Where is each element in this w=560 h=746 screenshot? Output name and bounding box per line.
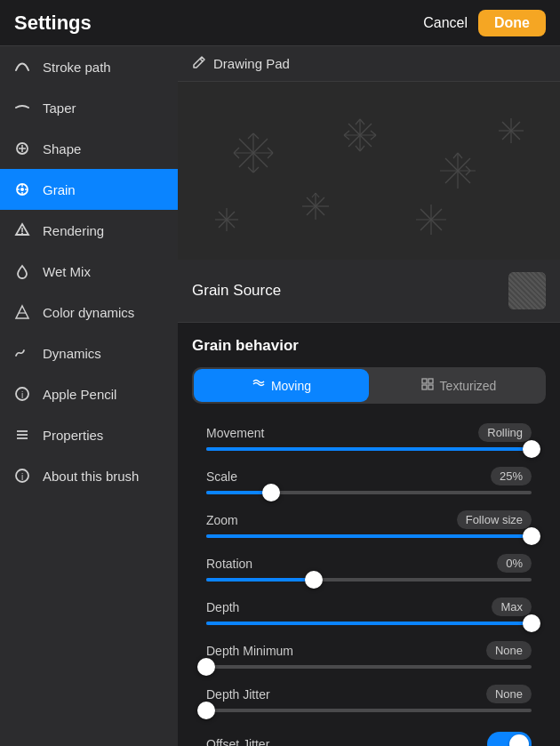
sidebar-item-grain[interactable]: Grain: [0, 169, 178, 210]
main-layout: Stroke path Taper Shape: [0, 46, 560, 746]
svg-rect-72: [428, 385, 433, 389]
grain-thumb-pattern: [508, 272, 546, 309]
depth-track[interactable]: [206, 622, 532, 625]
dynamics-icon: [12, 343, 32, 363]
offset-jitter-label: Offset Jitter: [206, 737, 269, 746]
app-header: Settings Cancel Done: [0, 0, 560, 46]
depth-jitter-value: None: [486, 685, 532, 703]
rotation-thumb[interactable]: [305, 571, 323, 589]
depth-fill: [206, 622, 532, 625]
toggle-knob: [509, 734, 529, 746]
stroke-path-icon: [12, 57, 32, 76]
sidebar-item-apple-pencil[interactable]: i Apple Pencil: [0, 373, 178, 414]
sidebar-label-stroke-path: Stroke path: [43, 60, 111, 75]
grain-behavior-title: Grain behavior: [192, 337, 546, 355]
slider-depth-jitter: Depth Jitter None: [206, 679, 532, 721]
svg-line-48: [458, 153, 462, 158]
sidebar-item-rendering[interactable]: Rendering: [0, 210, 178, 251]
sidebar-label-taper: Taper: [43, 100, 76, 116]
scale-track[interactable]: [206, 491, 532, 494]
grain-source-label: Grain Source: [192, 282, 281, 300]
svg-line-18: [200, 59, 203, 61]
svg-rect-71: [422, 385, 427, 389]
offset-jitter-toggle[interactable]: [487, 732, 532, 746]
svg-line-47: [453, 153, 458, 158]
svg-line-39: [371, 131, 376, 135]
svg-rect-70: [428, 379, 433, 383]
zoom-thumb[interactable]: [523, 527, 540, 545]
grain-source-row[interactable]: Grain Source: [178, 260, 560, 323]
tab-moving[interactable]: Moving: [194, 369, 369, 402]
drawing-pad-header: Drawing Pad: [178, 46, 560, 82]
sliders-container: Movement Rolling Scale 25%: [192, 418, 546, 746]
depth-minimum-label: Depth Minimum: [206, 644, 293, 658]
sidebar-label-about-brush: About this brush: [43, 469, 139, 484]
movement-track[interactable]: [206, 447, 532, 451]
svg-text:i: i: [21, 472, 23, 482]
color-dynamics-icon: [12, 302, 32, 322]
brush-preview: [178, 82, 560, 260]
apple-pencil-icon: i: [12, 384, 32, 404]
depth-jitter-thumb[interactable]: [197, 702, 215, 719]
zoom-track[interactable]: [206, 534, 532, 538]
sidebar-label-color-dynamics: Color dynamics: [43, 305, 134, 320]
depth-minimum-thumb[interactable]: [197, 658, 215, 676]
scale-label: Scale: [206, 469, 237, 484]
slider-rotation: Rotation 0%: [206, 549, 532, 590]
svg-line-36: [360, 119, 364, 124]
svg-line-40: [371, 135, 376, 140]
depth-minimum-value: None: [486, 641, 532, 660]
depth-thumb[interactable]: [523, 614, 540, 632]
svg-text:i: i: [21, 390, 23, 400]
drawing-pad-label: Drawing Pad: [213, 56, 290, 71]
tab-moving-label: Moving: [271, 379, 311, 393]
sidebar-item-stroke-path[interactable]: Stroke path: [0, 46, 178, 87]
sidebar-item-properties[interactable]: Properties: [0, 414, 178, 455]
done-button[interactable]: Done: [478, 10, 546, 36]
grain-thumbnail[interactable]: [508, 272, 546, 309]
rotation-value: 0%: [497, 554, 532, 573]
sidebar-label-rendering: Rendering: [43, 223, 104, 238]
slider-depth: Depth Max: [206, 592, 532, 634]
properties-icon: [12, 425, 32, 445]
depth-value: Max: [492, 598, 532, 616]
drawing-pad-edit-icon: [192, 55, 206, 72]
depth-label: Depth: [206, 600, 239, 614]
content-area: Drawing Pad: [178, 46, 560, 746]
slider-movement: Movement Rolling: [206, 418, 532, 460]
cancel-button[interactable]: Cancel: [423, 15, 468, 31]
slider-depth-minimum: Depth Minimum None: [206, 636, 532, 678]
sidebar-label-wet-mix: Wet Mix: [43, 264, 91, 279]
movement-value: Rolling: [478, 423, 532, 442]
scale-value: 25%: [491, 467, 532, 485]
movement-thumb[interactable]: [523, 440, 540, 458]
svg-rect-69: [422, 379, 427, 383]
moving-icon: [252, 377, 266, 394]
svg-line-28: [268, 153, 273, 158]
svg-line-29: [234, 148, 239, 153]
sidebar-label-apple-pencil: Apple Pencil: [43, 387, 116, 402]
wet-mix-icon: [12, 261, 32, 281]
svg-line-41: [344, 131, 349, 135]
svg-line-56: [316, 193, 319, 197]
sidebar-label-grain: Grain: [43, 182, 76, 197]
svg-line-55: [312, 193, 316, 197]
scale-thumb[interactable]: [262, 484, 280, 501]
rotation-track[interactable]: [206, 578, 532, 582]
svg-line-27: [268, 148, 273, 153]
tab-texturized[interactable]: Texturized: [371, 367, 546, 404]
svg-line-49: [466, 166, 470, 171]
sidebar-item-dynamics[interactable]: Dynamics: [0, 333, 178, 373]
rotation-label: Rotation: [206, 557, 252, 571]
sidebar-item-shape[interactable]: Shape: [0, 128, 178, 169]
grain-icon: [12, 180, 32, 199]
svg-line-50: [466, 171, 470, 175]
sidebar-item-color-dynamics[interactable]: Color dynamics: [0, 292, 178, 333]
depth-jitter-track[interactable]: [206, 709, 532, 712]
sidebar-item-wet-mix[interactable]: Wet Mix: [0, 251, 178, 292]
movement-label: Movement: [206, 426, 264, 440]
sidebar-item-taper[interactable]: Taper: [0, 87, 178, 128]
depth-minimum-track[interactable]: [206, 665, 532, 669]
sidebar-item-about-brush[interactable]: i About this brush: [0, 455, 178, 496]
shape-icon: [12, 139, 32, 158]
